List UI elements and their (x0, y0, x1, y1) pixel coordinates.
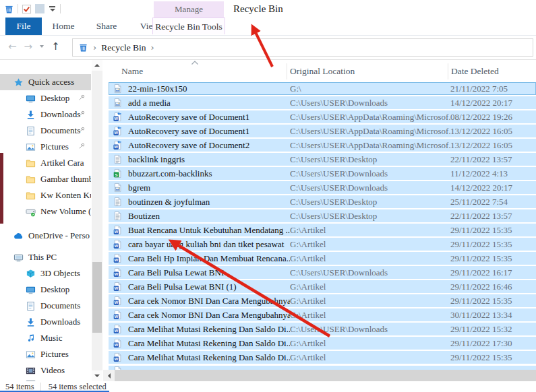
sidebar-item-desktop[interactable]: Desktop (0, 282, 91, 298)
cell-date-deleted: 22/11/2022 13:57 (450, 154, 536, 165)
desktop-icon (26, 285, 36, 295)
cell-date-deleted: 30/11/2022 13:34 (450, 310, 536, 321)
cell-date-deleted: 29/11/2022 15:35 (450, 225, 536, 236)
sidebar-item-this-pc[interactable]: This PC (0, 249, 91, 265)
column-separator[interactable] (287, 63, 287, 79)
breadcrumb-chevron-icon[interactable]: › (93, 42, 96, 53)
sidebar-item-new-volume-g[interactable]: New Volume (G (0, 203, 91, 220)
sidebar-item-label: 3D Objects (40, 268, 80, 279)
sidebar-item-videos[interactable]: Videos (0, 362, 91, 379)
tab-recycle-bin-tools[interactable]: Recycle Bin Tools (152, 18, 225, 34)
table-row[interactable]: Wcara bayar uang kuliah bni dan tiket pe… (109, 238, 536, 251)
recent-locations-dropdown-icon[interactable] (40, 45, 44, 48)
sidebar-item-downloads[interactable]: Downloads (0, 106, 91, 123)
column-header-date-deleted[interactable]: Date Deleted (451, 66, 499, 77)
sidebar-item-pictures[interactable]: Pictures (0, 139, 91, 155)
scroll-down-icon[interactable] (92, 370, 102, 381)
sidebar-item-downloads[interactable]: Downloads (0, 314, 91, 330)
tab-home[interactable]: Home (42, 18, 85, 35)
cell-original-location: C:\Users\USER\Downloads (290, 98, 450, 108)
table-row[interactable]: WCara cek Nomor BNI Dan Cara Mengubahnya… (109, 308, 536, 321)
table-row[interactable]: 22-min-150x150G:\21/11/2022 7:05 (109, 82, 536, 95)
cell-original-location: C:\Users\USER\Desktop (290, 211, 450, 222)
blank-icon[interactable] (35, 4, 44, 13)
table-row[interactable]: WCara Beli Pulsa Lewat BNIC:\Users\USER\… (109, 266, 536, 279)
contextual-group-manage[interactable]: Manage (154, 1, 224, 18)
sidebar-item-gambar-thumbn[interactable]: Gambar thumbn (0, 171, 91, 187)
cube-icon (26, 269, 36, 279)
scrollbar-thumb[interactable] (115, 370, 536, 381)
star-icon (13, 77, 24, 88)
cell-name: Cara Beli Pulsa Lewat BNI (1) (128, 282, 290, 292)
toolbar-separator (18, 4, 18, 13)
table-row[interactable]: WCara cek Nomor BNI Dan Cara Mengubahnya… (109, 294, 536, 307)
table-row[interactable]: WCara Melihat Mutasi Rekening Dan Saldo … (109, 323, 536, 335)
cell-name: Cara Melihat Mutasi Rekening Dan Saldo D… (128, 338, 290, 349)
cell-name: AutoRecovery save of Document1 (128, 126, 290, 137)
sidebar-item-desktop[interactable]: Desktop (0, 90, 91, 106)
window-title: Recycle Bin (233, 3, 283, 15)
column-header-original-location[interactable]: Original Location (290, 66, 355, 77)
table-row[interactable]: WCara Melihat Mutasi Rekening Dan Saldo … (109, 337, 536, 350)
horizontal-scrollbar[interactable] (103, 370, 536, 381)
sidebar-item-3d-objects[interactable]: 3D Objects (0, 265, 91, 282)
table-row[interactable]: backlink inggrisC:\Users\USER\Desktop22/… (109, 153, 536, 166)
cell-name: Cara Melihat Mutasi Rekening Dan Saldo D… (128, 324, 290, 335)
cell-original-location: G:\Artikel (290, 338, 450, 349)
table-row[interactable]: WCara Melihat Mutasi Rekening Dan Saldo … (109, 351, 536, 364)
table-row[interactable]: WAutoRecovery save of Document1C:\Users\… (109, 125, 536, 137)
back-icon[interactable]: ← (8, 40, 17, 53)
forward-icon[interactable]: → (24, 40, 33, 53)
table-row[interactable]: BoutizenC:\Users\USER\Desktop22/11/2022 … (109, 209, 536, 222)
svg-text:S: S (115, 172, 118, 177)
sidebar-item-label: This PC (28, 252, 57, 263)
table-row[interactable]: WAutoRecovery save of Document1C:\Users\… (109, 110, 536, 123)
address-bar[interactable]: › Recycle Bin › (72, 38, 533, 57)
desktop-icon (26, 94, 36, 104)
word-recover-file-icon: W (109, 140, 128, 150)
scroll-up-icon[interactable] (92, 60, 102, 71)
image-file-icon (109, 183, 128, 193)
pin-icon (78, 110, 86, 118)
table-row[interactable]: boutinzen & joyfulmanC:\Users\USER\Deskt… (109, 195, 536, 208)
pictures-icon (26, 350, 36, 360)
sidebar-item-label: Music (40, 333, 63, 344)
sidebar-item-label: Downloads (40, 317, 80, 327)
cell-name: AutoRecovery save of Document1 (128, 112, 290, 123)
scrollbar-thumb[interactable] (92, 262, 102, 333)
table-row[interactable]: WCara Beli Hp Impian Dan Membuat Rencana… (109, 252, 536, 265)
table-row[interactable]: WBuat Rencana Untuk Kebutuhan Mendatang … (109, 224, 536, 236)
sidebar-item-artikel-cara[interactable]: Artikel Cara (0, 155, 91, 171)
videos-icon (26, 366, 36, 376)
sidebar-item-quick-access[interactable]: Quick access (0, 74, 91, 90)
cell-original-location: G:\ (290, 84, 450, 94)
cell-date-deleted: 11/12/2022 4:13 (450, 168, 536, 179)
breadcrumb-chevron-icon[interactable]: › (151, 42, 154, 53)
column-header-name[interactable]: Name (121, 66, 143, 77)
sidebar-item-music[interactable]: Music (0, 330, 91, 346)
properties-check-icon[interactable] (22, 4, 32, 14)
tab-file[interactable]: File (5, 18, 42, 35)
table-row[interactable]: add a mediaC:\Users\USER\Downloads14/12/… (109, 96, 536, 109)
tab-share[interactable]: Share (85, 18, 128, 35)
sidebar-item-documents[interactable]: Documents (0, 298, 91, 314)
table-row[interactable]: bgremC:\Users\USER\Downloads14/12/2022 2… (109, 181, 536, 194)
status-separator (40, 383, 41, 391)
sort-ascending-icon (191, 60, 199, 65)
up-icon[interactable]: ↑ (51, 40, 60, 53)
sidebar-item-documents[interactable]: Documents (0, 123, 91, 139)
sidebar-scrollbar[interactable] (92, 60, 102, 381)
scroll-left-icon[interactable] (103, 370, 115, 381)
cell-original-location: C:\Users\USER\AppData\Roaming\Microsof..… (290, 140, 450, 151)
customize-quick-access-dropdown[interactable] (48, 6, 57, 11)
table-row[interactable]: WAutoRecovery save of Document2C:\Users\… (109, 139, 536, 152)
table-row[interactable]: WCara Beli Pulsa Lewat BNI (1)G:\Artikel… (109, 280, 536, 293)
cell-original-location: G:\Artikel (290, 225, 450, 236)
breadcrumb[interactable]: Recycle Bin (101, 42, 146, 53)
sidebar-item-onedrive-perso[interactable]: OneDrive - Perso (0, 228, 91, 244)
sidebar-item-kw-konten-ku[interactable]: Kw Konten Ku (0, 187, 91, 203)
column-separator[interactable] (448, 63, 448, 79)
table-row[interactable]: Sbbuzzart.com-backlinksC:\Users\USER\Dow… (109, 167, 536, 180)
svg-text:W: W (115, 286, 119, 290)
sidebar-item-pictures[interactable]: Pictures (0, 346, 91, 362)
